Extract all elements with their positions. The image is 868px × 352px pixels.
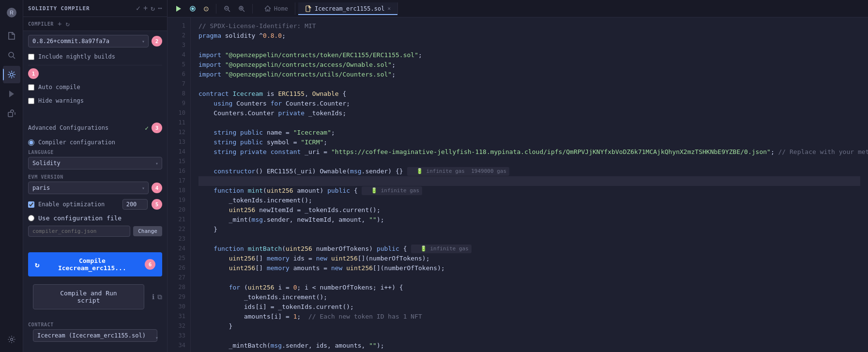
language-select[interactable]: Solidity Yul — [28, 157, 162, 169]
line-number-29: 29 — [168, 292, 190, 302]
line-number-16: 16 — [168, 167, 190, 176]
sidebar-compiler-icon[interactable] — [3, 66, 20, 83]
compile-button[interactable]: ↻ Compile Icecream_erc115... 6 — [28, 252, 162, 276]
divider-1 — [28, 65, 162, 65]
main-area: ⊙ Home Icecream_erc1155.sol ✕ 1234567891… — [168, 0, 868, 352]
line-number-32: 32 — [168, 321, 190, 331]
code-line-18: function mint(uint256 amount) public { 🔋… — [198, 186, 860, 196]
check-icon[interactable]: ✓ — [136, 4, 140, 13]
compiler-config-radio-row: Compiler configuration — [28, 139, 162, 146]
line-number-19: 19 — [168, 196, 190, 205]
hide-warnings-row: Hide warnings — [28, 95, 162, 106]
version-select[interactable]: 0.8.26+commit.8a97fa7a — [28, 35, 149, 47]
zoom-in-button[interactable] — [236, 3, 247, 15]
home-tab-icon — [264, 5, 271, 12]
code-line-34: _mintBatch(msg.sender, ids, amounts, "")… — [198, 341, 860, 351]
contract-select[interactable]: Icecream (Icecream_erc1155.sol) — [33, 329, 157, 342]
code-line-10: Counters.Counter private _tokenIds; — [198, 108, 860, 118]
sidebar-home-icon[interactable]: R — [3, 4, 20, 21]
code-line-19: _tokenIds.increment(); — [198, 196, 860, 205]
svg-point-8 — [10, 338, 13, 341]
target-button[interactable]: ⊙ — [201, 3, 211, 15]
tab-file[interactable]: Icecream_erc1155.sol ✕ — [298, 2, 398, 15]
toolbar-sep-1 — [216, 4, 216, 14]
editor-area: 1234567891011121314151617181920212223242… — [168, 17, 868, 352]
tab-file-label: Icecream_erc1155.sol — [315, 5, 385, 12]
compiler-config-radio-label: Compiler configuration — [38, 139, 115, 146]
line-number-12: 12 — [168, 128, 190, 138]
change-button[interactable]: Change — [133, 226, 162, 236]
code-content[interactable]: // SPDX-License-Identifier: MITpragma so… — [191, 17, 868, 352]
check-mark-icon: ✓ — [145, 124, 149, 132]
code-line-32: } — [198, 321, 860, 331]
sidebar-search-icon[interactable] — [3, 46, 20, 64]
line-number-8: 8 — [168, 89, 190, 99]
debugger-button[interactable] — [187, 3, 198, 15]
evm-version-select[interactable]: paris london berlin istanbul — [28, 182, 149, 194]
run-button[interactable] — [173, 3, 184, 14]
optimization-row: Enable optimization 5 — [28, 199, 162, 210]
compiler-sub-label: COMPILER — [28, 21, 54, 27]
svg-line-15 — [228, 10, 230, 12]
icon-sidebar: R — [0, 0, 23, 352]
code-line-2: pragma solidity ^0.8.0; — [198, 31, 860, 41]
advanced-config-header[interactable]: Advanced Configurations ✓ 3 — [23, 119, 167, 137]
toolbar-sep-2 — [252, 4, 253, 14]
use-config-file-row: Use configuration file — [28, 214, 162, 222]
line-number-25: 25 — [168, 254, 190, 263]
panel-title-bar: SOLIDITY COMPILER ✓ + ↻ ⋯ — [23, 0, 167, 17]
code-line-29: _tokenIds.increment(); — [198, 292, 860, 302]
config-file-input[interactable] — [28, 226, 130, 237]
compile-run-button[interactable]: Compile and Run script — [33, 284, 144, 309]
sidebar-settings-icon[interactable] — [3, 331, 20, 348]
sidebar-plugin-icon[interactable] — [3, 105, 20, 122]
auto-compile-checkbox[interactable] — [28, 84, 34, 91]
version-section: 0.8.26+commit.8a97fa7a 2 Include nightly… — [23, 31, 167, 113]
add-icon[interactable]: + — [143, 4, 148, 13]
auto-compile-label: Auto compile — [38, 84, 80, 91]
refresh-icon[interactable]: ↻ — [151, 4, 155, 13]
language-label: LANGUAGE — [28, 150, 162, 155]
code-line-12: string public name = "Icecream"; — [198, 128, 860, 138]
code-line-5: import "@openzeppelin/contracts/access/O… — [198, 60, 860, 70]
code-line-27 — [198, 273, 860, 283]
tab-close-icon[interactable]: ✕ — [387, 6, 391, 11]
badge-5: 5 — [152, 199, 162, 210]
contract-label: CONTRACT — [23, 319, 167, 329]
evm-version-label: EVM VERSION — [28, 174, 162, 180]
zoom-out-button[interactable] — [221, 3, 233, 15]
line-number-18: 18 — [168, 186, 190, 196]
sidebar-files-icon[interactable] — [3, 27, 20, 45]
code-line-22: } — [198, 225, 860, 234]
line-number-22: 22 — [168, 225, 190, 234]
code-line-11 — [198, 118, 860, 128]
copy-icon[interactable]: ⧉ — [157, 293, 162, 301]
use-config-file-radio[interactable] — [28, 215, 34, 221]
sidebar-deploy-icon[interactable] — [3, 85, 20, 103]
line-number-13: 13 — [168, 138, 190, 147]
optimization-value-input[interactable] — [122, 199, 148, 210]
line-number-6: 6 — [168, 70, 190, 79]
badge-2: 2 — [152, 36, 162, 46]
tab-home[interactable]: Home — [258, 2, 295, 15]
line-number-21: 21 — [168, 215, 190, 225]
version-row: 0.8.26+commit.8a97fa7a 2 — [28, 35, 162, 47]
include-nightly-checkbox[interactable] — [28, 54, 34, 60]
enable-optimization-checkbox[interactable] — [28, 201, 34, 208]
compiler-sub-bar: COMPILER + ↻ — [23, 17, 167, 31]
info-icon[interactable]: ℹ — [152, 293, 154, 301]
hide-warnings-checkbox[interactable] — [28, 98, 34, 104]
line-number-31: 31 — [168, 312, 190, 321]
line-number-3: 3 — [168, 41, 190, 50]
more-icon[interactable]: ⋯ — [158, 4, 162, 13]
enable-optimization-label: Enable optimization — [38, 201, 119, 208]
tab-active-indicator — [298, 14, 397, 15]
line-number-10: 10 — [168, 108, 190, 118]
compiler-config-radio[interactable] — [28, 139, 34, 146]
line-number-1: 1 — [168, 21, 190, 31]
add-compiler-icon[interactable]: + — [58, 20, 61, 28]
compiler-panel: SOLIDITY COMPILER ✓ + ↻ ⋯ COMPILER + ↻ 0… — [23, 0, 168, 352]
refresh-compiler-icon[interactable]: ↻ — [65, 20, 69, 28]
config-section: Compiler configuration LANGUAGE Solidity… — [23, 137, 167, 243]
svg-marker-5 — [9, 91, 14, 97]
